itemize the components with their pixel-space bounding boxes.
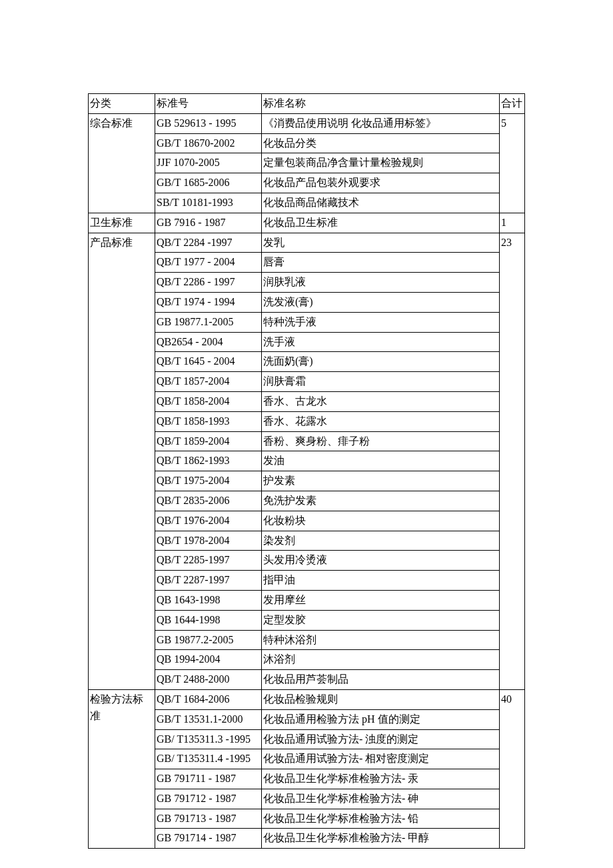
total-cell: 1	[500, 213, 525, 233]
name-cell: 化妆品商品储藏技术	[262, 193, 500, 213]
name-cell: 发用摩丝	[262, 590, 500, 610]
category-cell: 产品标准	[89, 233, 155, 689]
code-cell: QB/T 1976-2004	[155, 511, 262, 531]
name-cell: 化妆品检验规则	[262, 689, 500, 709]
code-cell: GB/T 1685-2006	[155, 173, 262, 193]
name-cell: 香水、花露水	[262, 411, 500, 431]
code-cell: QB/T 2285-1997	[155, 551, 262, 571]
name-cell: 发油	[262, 451, 500, 471]
code-cell: QB 1994-2004	[155, 650, 262, 670]
code-cell: GB 19877.2-2005	[155, 630, 262, 650]
name-cell: 染发剂	[262, 531, 500, 551]
category-cell: 综合标准	[89, 113, 155, 213]
name-cell: 化妆品卫生化学标准检验方法- 汞	[262, 769, 500, 789]
code-cell: GB/ T135311.4 -1995	[155, 749, 262, 769]
code-cell: QB/T 2835-2006	[155, 491, 262, 511]
code-cell: GB 7916 - 1987	[155, 213, 262, 233]
code-cell: GB 529613 - 1995	[155, 113, 262, 133]
code-cell: GB 791711 - 1987	[155, 769, 262, 789]
name-cell: 沐浴剂	[262, 650, 500, 670]
code-cell: QB/T 1978-2004	[155, 531, 262, 551]
code-cell: QB 1643-1998	[155, 590, 262, 610]
name-cell: 发乳	[262, 233, 500, 253]
code-cell: SB/T 10181-1993	[155, 193, 262, 213]
category-cell: 检验方法标准	[89, 689, 155, 848]
name-cell: 头发用冷烫液	[262, 551, 500, 571]
code-cell: QB2654 - 2004	[155, 332, 262, 352]
name-cell: 定型发胶	[262, 610, 500, 630]
header-category: 分类	[89, 94, 155, 114]
code-cell: QB/T 2284 -1997	[155, 233, 262, 253]
name-cell: 洗面奶(膏)	[262, 352, 500, 372]
name-cell: 化妆品用芦荟制品	[262, 670, 500, 690]
standards-table: 分类标准号标准名称合计综合标准GB 529613 - 1995《消费品使用说明 …	[88, 93, 525, 849]
name-cell: 化妆粉块	[262, 511, 500, 531]
name-cell: 唇膏	[262, 253, 500, 273]
name-cell: 免洗护发素	[262, 491, 500, 511]
name-cell: 护发素	[262, 471, 500, 491]
name-cell: 香水、古龙水	[262, 391, 500, 411]
header-total: 合计	[500, 94, 525, 114]
name-cell: 润肤膏霜	[262, 372, 500, 392]
code-cell: GB/T 13531.1-2000	[155, 709, 262, 729]
name-cell: 化妆品卫生化学标准检验方法- 铅	[262, 809, 500, 829]
table-header-row: 分类标准号标准名称合计	[89, 94, 525, 114]
code-cell: GB 791714 - 1987	[155, 829, 262, 849]
code-cell: QB/T 1858-1993	[155, 411, 262, 431]
name-cell: 化妆品卫生标准	[262, 213, 500, 233]
name-cell: 洗手液	[262, 332, 500, 352]
code-cell: QB/T 1645 - 2004	[155, 352, 262, 372]
header-code: 标准号	[155, 94, 262, 114]
header-name: 标准名称	[262, 94, 500, 114]
code-cell: GB 791712 - 1987	[155, 789, 262, 809]
code-cell: GB 19877.1-2005	[155, 312, 262, 332]
name-cell: 特种沐浴剂	[262, 630, 500, 650]
code-cell: GB 791713 - 1987	[155, 809, 262, 829]
code-cell: QB/T 1862-1993	[155, 451, 262, 471]
name-cell: 化妆品卫生化学标准检验方法- 甲醇	[262, 829, 500, 849]
table-row: 检验方法标准QB/T 1684-2006化妆品检验规则40	[89, 689, 525, 709]
total-cell: 5	[500, 113, 525, 213]
name-cell: 化妆品产品包装外观要求	[262, 173, 500, 193]
code-cell: QB/T 1974 - 1994	[155, 292, 262, 312]
name-cell: 润肤乳液	[262, 273, 500, 293]
total-cell: 40	[500, 689, 525, 848]
name-cell: 化妆品分类	[262, 133, 500, 153]
code-cell: QB/T 1977 - 2004	[155, 253, 262, 273]
name-cell: 香粉、爽身粉、痱子粉	[262, 431, 500, 451]
code-cell: QB/T 2488-2000	[155, 670, 262, 690]
name-cell: 《消费品使用说明 化妆品通用标签》	[262, 113, 500, 133]
name-cell: 定量包装商品净含量计量检验规则	[262, 153, 500, 173]
total-cell: 23	[500, 233, 525, 689]
name-cell: 化妆品通用检验方法 pH 值的测定	[262, 709, 500, 729]
code-cell: QB 1644-1998	[155, 610, 262, 630]
name-cell: 化妆品通用试验方法- 相对密度测定	[262, 749, 500, 769]
code-cell: QB/T 1975-2004	[155, 471, 262, 491]
document-page: 分类标准号标准名称合计综合标准GB 529613 - 1995《消费品使用说明 …	[0, 0, 613, 849]
code-cell: JJF 1070-2005	[155, 153, 262, 173]
name-cell: 指甲油	[262, 571, 500, 591]
code-cell: QB/T 2287-1997	[155, 571, 262, 591]
code-cell: GB/T 18670-2002	[155, 133, 262, 153]
table-row: 综合标准GB 529613 - 1995《消费品使用说明 化妆品通用标签》5	[89, 113, 525, 133]
code-cell: QB/T 2286 - 1997	[155, 273, 262, 293]
name-cell: 化妆品通用试验方法- 浊度的测定	[262, 729, 500, 749]
name-cell: 特种洗手液	[262, 312, 500, 332]
table-row: 产品标准QB/T 2284 -1997发乳23	[89, 233, 525, 253]
category-cell: 卫生标准	[89, 213, 155, 233]
code-cell: QB/T 1859-2004	[155, 431, 262, 451]
code-cell: QB/T 1858-2004	[155, 391, 262, 411]
code-cell: QB/T 1684-2006	[155, 689, 262, 709]
table-row: 卫生标准GB 7916 - 1987化妆品卫生标准1	[89, 213, 525, 233]
code-cell: GB/ T135311.3 -1995	[155, 729, 262, 749]
code-cell: QB/T 1857-2004	[155, 372, 262, 392]
name-cell: 洗发液(膏)	[262, 292, 500, 312]
name-cell: 化妆品卫生化学标准检验方法- 砷	[262, 789, 500, 809]
